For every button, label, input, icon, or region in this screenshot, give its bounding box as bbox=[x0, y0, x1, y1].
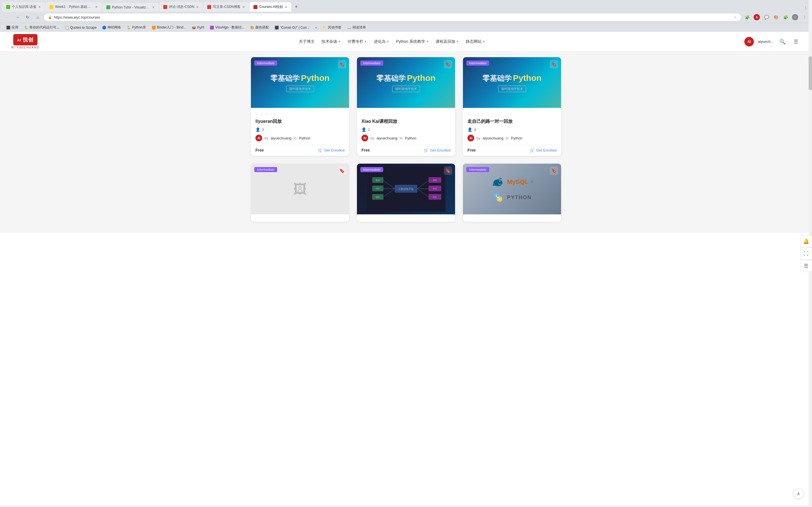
student-count-2: 2 bbox=[368, 128, 370, 132]
apps-icon: ⬛ bbox=[6, 25, 10, 30]
bookmark-icon-5[interactable]: 🔖 bbox=[444, 166, 452, 175]
star-rating-2: ☆ ☆ ☆ ☆ ☆ bbox=[361, 112, 451, 116]
nav-evolution[interactable]: 进化岛 ▼ bbox=[374, 39, 389, 44]
star-3: ☆ bbox=[264, 112, 268, 116]
bookmark-visalgo[interactable]: 🟪 VisuAlgo - 数据结... bbox=[207, 24, 247, 31]
nav-tech[interactable]: 技术杂谈 ▼ bbox=[321, 39, 341, 44]
tab-pythontutor[interactable]: Python Tutor - Visualize P... ✕ bbox=[102, 3, 159, 11]
bookmark-icon-2[interactable]: 🔖 bbox=[444, 60, 452, 68]
user-name: aiyuech... bbox=[758, 40, 774, 44]
header-right: AI aiyuech... 🔍 ☰ bbox=[744, 37, 801, 47]
extensions-icon[interactable]: 🧩 bbox=[743, 13, 751, 21]
more-options-icon[interactable]: ⋮ bbox=[801, 13, 809, 21]
address-bar[interactable]: 🔒 https://www.aiyc.top/courses ☆ bbox=[44, 13, 741, 21]
tab-csdn-write[interactable]: 写文章-CSDN博客 ✕ bbox=[203, 2, 249, 11]
tab-courses-active[interactable]: Courses-AI悦创 ✕ bbox=[250, 2, 291, 11]
bookmark-color[interactable]: 🎨 颜色搭配 bbox=[248, 24, 271, 31]
bookmark-label: VisuAlgo - 数据结... bbox=[215, 25, 245, 30]
tab-csdn-comment[interactable]: 评论-消息-CSDN ✕ bbox=[159, 2, 203, 11]
nav-static[interactable]: 静态网站 ▼ bbox=[466, 39, 485, 44]
course-card-1: 零基础学 Python 随时随地学技术 Intermediate 🔖 ☆ ☆ ☆… bbox=[251, 57, 349, 156]
user-avatar[interactable]: AI bbox=[744, 37, 754, 47]
tab-close-icon[interactable]: ✕ bbox=[285, 5, 287, 9]
tab-close-icon[interactable]: ✕ bbox=[242, 5, 245, 9]
python-banner-text: PYTHON bbox=[507, 194, 531, 201]
tab-yuque[interactable]: 个人知识库·语雀 ✕ bbox=[2, 2, 45, 11]
course-card-2: 零基础学 Python 随时随地学技术 Intermediate 🔖 ☆ ☆ ☆… bbox=[357, 57, 455, 156]
bookmark-pylib[interactable]: 🐍 Python库 bbox=[124, 24, 148, 31]
site-logo[interactable]: AI 悦创 AI YUECHUANG bbox=[11, 34, 40, 49]
list-float-button[interactable]: ☰ bbox=[800, 260, 812, 272]
bookmark-neural[interactable]: 🔵 神经网络 bbox=[100, 24, 123, 31]
bookmark-reading-list[interactable]: 📖 阅读清单 bbox=[345, 24, 368, 31]
bookmark-star-icon[interactable]: ☆ bbox=[733, 15, 737, 19]
course-title-1: liyueran回放 bbox=[255, 119, 345, 124]
bookmark-icon-4[interactable]: 🔖 bbox=[338, 166, 346, 175]
new-tab-button[interactable]: + bbox=[292, 2, 301, 11]
registered-mark: ® bbox=[530, 180, 533, 184]
scroll-thumb[interactable] bbox=[809, 56, 812, 90]
dropdown-arrow-icon: ▼ bbox=[483, 40, 485, 43]
python-snake-svg bbox=[492, 192, 504, 203]
nav-label: 关于博主 bbox=[299, 39, 315, 44]
star-1: ☆ bbox=[255, 112, 259, 116]
nav-paid[interactable]: 付费专栏 ▼ bbox=[348, 39, 367, 44]
course-meta-1: 👤 3 bbox=[255, 127, 345, 132]
notification-float-button[interactable]: 🔔 bbox=[800, 235, 812, 247]
wechat-icon[interactable]: 💬 bbox=[762, 13, 770, 21]
mindmap-svg: 从数据集开始 数据 特征 bbox=[366, 166, 446, 212]
bookmark-code-run[interactable]: 🐍 将你的代码运行可... bbox=[22, 24, 61, 31]
enroll-button-3[interactable]: 🛒 Get Enrolled bbox=[530, 148, 557, 152]
bookmark-label: 将你的代码运行可... bbox=[29, 25, 59, 30]
notification-icon: 🔔 bbox=[803, 238, 809, 244]
bookmark-binder[interactable]: 🟧 Binder入门 - Bind... bbox=[149, 24, 188, 31]
extensions-btn[interactable]: 🧩 bbox=[781, 13, 790, 21]
enroll-button-2[interactable]: 🛒 Get Enrolled bbox=[424, 148, 451, 152]
logo-chinese: 悦创 bbox=[23, 37, 34, 43]
reload-button[interactable]: ↻ bbox=[24, 13, 32, 21]
search-button[interactable]: 🔍 bbox=[777, 37, 787, 47]
star-2: ☆ bbox=[472, 112, 476, 116]
nav-about[interactable]: 关于博主 bbox=[299, 39, 315, 44]
author-name-1: aiyuechuang bbox=[271, 136, 292, 140]
course-author-1: AI by aiyuechuang In Python bbox=[255, 135, 345, 142]
enroll-label: Get Enrolled bbox=[324, 148, 345, 152]
bookmark-icon-1[interactable]: 🔖 bbox=[338, 60, 346, 68]
user-avatar-btn[interactable]: U bbox=[791, 13, 799, 21]
bookmark-apps[interactable]: ⬛ 应用 bbox=[4, 24, 20, 31]
bookmark-icon-6[interactable]: 🔖 bbox=[550, 166, 558, 175]
tab-week1[interactable]: Week1：Python 基础数据类... ✕ bbox=[45, 2, 102, 11]
bookmark-pypi[interactable]: 📦 PyPI bbox=[190, 25, 206, 31]
bookmark-icon-3[interactable]: 🔖 bbox=[550, 60, 558, 68]
hamburger-menu-button[interactable]: ☰ bbox=[791, 37, 801, 47]
banner-subtitle: 随时随地学技术 bbox=[498, 86, 526, 92]
card-body-2: ☆ ☆ ☆ ☆ ☆ Xiao Kai课程回放 👤 2 AI by aiyu bbox=[357, 108, 455, 156]
intermediate-badge: Intermediate bbox=[360, 61, 383, 66]
back-to-top-button[interactable]: ∧ bbox=[794, 489, 804, 499]
tab-close-icon[interactable]: ✕ bbox=[38, 5, 41, 9]
author-avatar: AI bbox=[361, 135, 368, 142]
cart-icon: 🛒 bbox=[318, 148, 322, 152]
expand-float-button[interactable]: ⛶ bbox=[800, 247, 812, 260]
author-name-3: aiyuechuang bbox=[483, 136, 504, 140]
bookmark-other[interactable]: 📁 其他书签 bbox=[320, 24, 344, 31]
tab-close-icon[interactable]: ✕ bbox=[152, 5, 155, 9]
enroll-button-1[interactable]: 🛒 Get Enrolled bbox=[318, 148, 345, 152]
star-2: ☆ bbox=[366, 112, 370, 116]
nav-python-sys[interactable]: Python 系统教学 ▼ bbox=[396, 39, 428, 44]
tab-bar: 个人知识库·语雀 ✕ Week1：Python 基础数据类... ✕ Pytho… bbox=[0, 0, 812, 11]
intermediate-badge: Intermediate bbox=[254, 167, 277, 172]
nav-courses[interactable]: 课程及回放 ▼ bbox=[436, 39, 459, 44]
bookmark-quotes[interactable]: 📋 Quotes to Scrape bbox=[63, 25, 99, 31]
mysql-text: MySQL bbox=[507, 178, 529, 186]
nav-label: 静态网站 bbox=[466, 39, 481, 44]
bookmark-cometoj[interactable]: ⬛ "Comet OJ" | Con... bbox=[272, 25, 312, 31]
forward-button[interactable]: → bbox=[13, 13, 21, 21]
back-button[interactable]: ← bbox=[3, 13, 11, 21]
tab-close-icon[interactable]: ✕ bbox=[196, 5, 199, 9]
bookmarks-more[interactable]: » bbox=[313, 25, 319, 31]
tab-close-icon[interactable]: ✕ bbox=[95, 5, 98, 9]
colorful-icon[interactable]: 🎨 bbox=[772, 13, 780, 21]
home-button[interactable]: ⌂ bbox=[34, 13, 42, 21]
profile-icon[interactable]: A bbox=[753, 13, 761, 21]
